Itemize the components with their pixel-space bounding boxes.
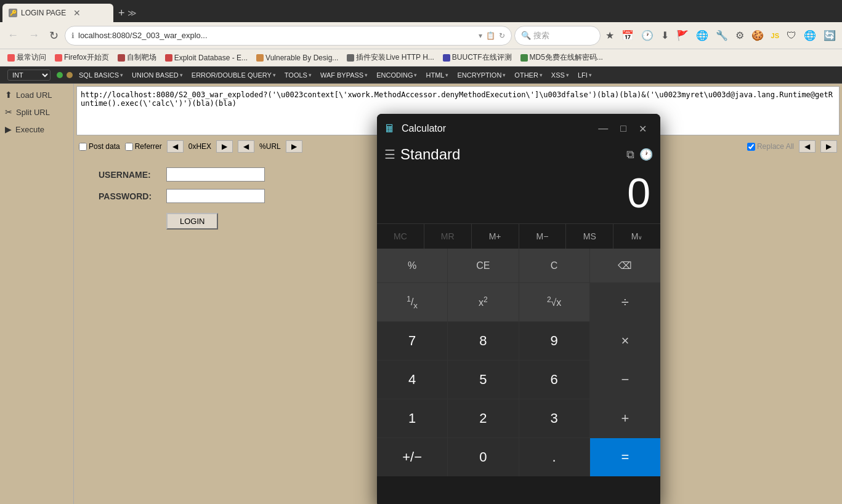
referrer-checkbox-label[interactable]: Referrer <box>125 142 162 151</box>
cookie-btn[interactable]: 🍪 <box>749 28 766 42</box>
calc-divide-btn[interactable]: ÷ <box>590 283 660 321</box>
shield-btn[interactable]: 🛡 <box>784 29 799 42</box>
sqli-other[interactable]: OTHER▾ <box>511 70 546 80</box>
calc-3-btn[interactable]: 3 <box>519 399 589 438</box>
calc-2-btn[interactable]: 2 <box>448 399 518 438</box>
calc-5-btn[interactable]: 5 <box>448 361 518 399</box>
sqli-lfi[interactable]: LFI▾ <box>574 70 596 80</box>
new-tab-btn[interactable]: + <box>118 7 125 20</box>
calc-maximize-btn[interactable]: □ <box>614 121 633 137</box>
sqli-union-based[interactable]: UNION BASED▾ <box>128 70 187 80</box>
bookmark-custom-range[interactable]: 自制靶场 <box>115 51 159 64</box>
extensions-btn[interactable]: 🔧 <box>713 28 731 42</box>
replace-arrow-left-btn[interactable]: ◀ <box>799 140 816 153</box>
bookmark-bar-btn[interactable]: 🚩 <box>674 28 691 42</box>
arrow-right2-btn[interactable]: ▶ <box>286 140 302 153</box>
split-url-btn[interactable]: ✂ Split URL <box>0 103 73 121</box>
bookmark-firefox-home[interactable]: Firefox开始页 <box>52 51 111 64</box>
back-btn[interactable]: ← <box>4 26 22 44</box>
replace-arrow-right-btn[interactable]: ▶ <box>820 140 837 153</box>
replace-all-checkbox-label[interactable]: Replace All <box>747 142 794 151</box>
search-bar[interactable]: 🔍 搜索 <box>514 26 601 46</box>
calc-multiply-btn[interactable]: × <box>590 322 660 360</box>
sqli-xss[interactable]: XSS▾ <box>548 70 573 80</box>
calc-mplus-btn[interactable]: M+ <box>472 224 519 249</box>
bookmark-exploit-db[interactable]: Exploit Database - E... <box>163 52 250 63</box>
calc-1-btn[interactable]: 1 <box>377 399 447 438</box>
calc-4-btn[interactable]: 4 <box>377 361 447 399</box>
calc-minimize-btn[interactable]: — <box>592 121 614 137</box>
calc-reciprocal-btn[interactable]: 1/x <box>377 283 447 321</box>
dev-tools-btn[interactable]: ⚙ <box>733 28 747 42</box>
execute-btn[interactable]: ▶ Execute <box>0 121 73 138</box>
calc-7-btn[interactable]: 7 <box>377 322 447 360</box>
reload-btn[interactable]: ↻ <box>46 26 62 45</box>
sqli-encoding[interactable]: ENCODING▾ <box>373 70 421 80</box>
calc-backspace-btn[interactable]: ⌫ <box>590 249 660 282</box>
post-data-checkbox-label[interactable]: Post data <box>79 142 120 151</box>
sqli-tools[interactable]: TOOLS▾ <box>281 70 315 80</box>
calc-sqrt-btn[interactable]: 2√x <box>519 283 589 321</box>
calc-0-btn[interactable]: 0 <box>448 438 518 476</box>
bookmark-buuctf[interactable]: BUUCTF在线评测 <box>440 51 514 64</box>
arrow-right-btn[interactable]: ▶ <box>216 140 233 153</box>
arrow-left2-btn[interactable]: ◀ <box>238 140 254 153</box>
bookmark-vuln-by-design[interactable]: Vulnerable By Desig... <box>254 52 341 63</box>
sqli-html[interactable]: HTML▾ <box>422 70 452 80</box>
sqli-type-select[interactable]: INT STRING <box>7 70 51 81</box>
bookmark-frequent[interactable]: 最常访问 <box>5 51 49 64</box>
address-dropdown-icon[interactable]: ▾ <box>479 31 482 40</box>
calc-6-btn[interactable]: 6 <box>519 361 589 399</box>
calc-plus-btn[interactable]: + <box>590 399 660 438</box>
calc-mstore-btn[interactable]: M∨ <box>613 224 660 249</box>
calc-square-btn[interactable]: x2 <box>448 283 518 321</box>
post-data-checkbox[interactable] <box>79 143 87 151</box>
sqli-encryption[interactable]: ENCRYPTION▾ <box>453 70 509 80</box>
calc-mr-btn[interactable]: MR <box>424 224 471 249</box>
calc-percent-btn[interactable]: % <box>377 249 447 282</box>
globe-btn[interactable]: 🌐 <box>694 28 711 42</box>
calc-clear-btn[interactable]: C <box>519 249 589 282</box>
split-url-icon: ✂ <box>5 107 12 117</box>
tab-extend-btn[interactable]: ≫ <box>128 8 137 18</box>
tab-close-btn[interactable]: ✕ <box>73 8 81 18</box>
star-btn[interactable]: ★ <box>603 28 617 42</box>
sync-btn[interactable]: 🔄 <box>821 28 838 42</box>
calc-8-btn[interactable]: 8 <box>448 322 518 360</box>
calc-plusminus-btn[interactable]: +/− <box>377 438 447 476</box>
active-tab[interactable]: 🔑 LOGIN PAGE ✕ <box>2 4 113 22</box>
calc-history-icon[interactable]: 🕐 <box>639 148 653 161</box>
reading-list-btn[interactable]: 📅 <box>619 28 636 42</box>
bookmark-md5[interactable]: MD5免费在线解密码... <box>518 51 605 64</box>
arrow-left-btn[interactable]: ◀ <box>167 140 184 153</box>
password-input[interactable] <box>166 189 265 203</box>
calc-9-btn[interactable]: 9 <box>519 322 589 360</box>
sqli-sql-basics[interactable]: SQL BASICS▾ <box>75 70 127 80</box>
calc-hamburger-icon[interactable]: ☰ <box>384 147 395 162</box>
calc-mminus-btn[interactable]: M− <box>519 224 566 249</box>
load-url-btn[interactable]: ⬆ Load URL <box>0 86 73 103</box>
download-btn[interactable]: ⬇ <box>658 28 671 42</box>
calc-decimal-btn[interactable]: . <box>519 438 589 476</box>
address-bar[interactable]: ℹ localhost:8080/S2_003_war_explo... ▾ 📋… <box>65 26 512 46</box>
calc-minus-btn[interactable]: − <box>590 361 660 399</box>
sqli-error-double[interactable]: ERROR/DOUBLE QUERY▾ <box>188 70 280 80</box>
translate-btn[interactable]: 🌐 <box>801 28 819 42</box>
calc-mc-btn[interactable]: MC <box>377 224 424 249</box>
history-btn[interactable]: 🕐 <box>639 28 656 42</box>
js-btn[interactable]: JS <box>769 31 782 41</box>
forward-btn[interactable]: → <box>25 26 43 44</box>
sqli-waf-bypass[interactable]: WAF BYPASS▾ <box>317 70 371 80</box>
address-reload-icon[interactable]: ↻ <box>499 31 505 40</box>
calc-close-btn[interactable]: ✕ <box>633 121 653 137</box>
replace-all-checkbox[interactable] <box>747 143 755 151</box>
referrer-checkbox[interactable] <box>125 143 133 151</box>
sqli-int-selector[interactable]: INT STRING <box>4 68 54 82</box>
calc-ms-btn[interactable]: MS <box>566 224 613 249</box>
calc-equals-btn[interactable]: = <box>590 438 660 476</box>
calc-snap-icon[interactable]: ⧉ <box>626 148 634 161</box>
username-input[interactable] <box>166 167 265 182</box>
calc-ce-btn[interactable]: CE <box>448 249 518 282</box>
bookmark-plugin-live-http[interactable]: 插件安装Live HTTP H... <box>344 51 436 64</box>
login-button[interactable]: LOGIN <box>166 213 218 230</box>
